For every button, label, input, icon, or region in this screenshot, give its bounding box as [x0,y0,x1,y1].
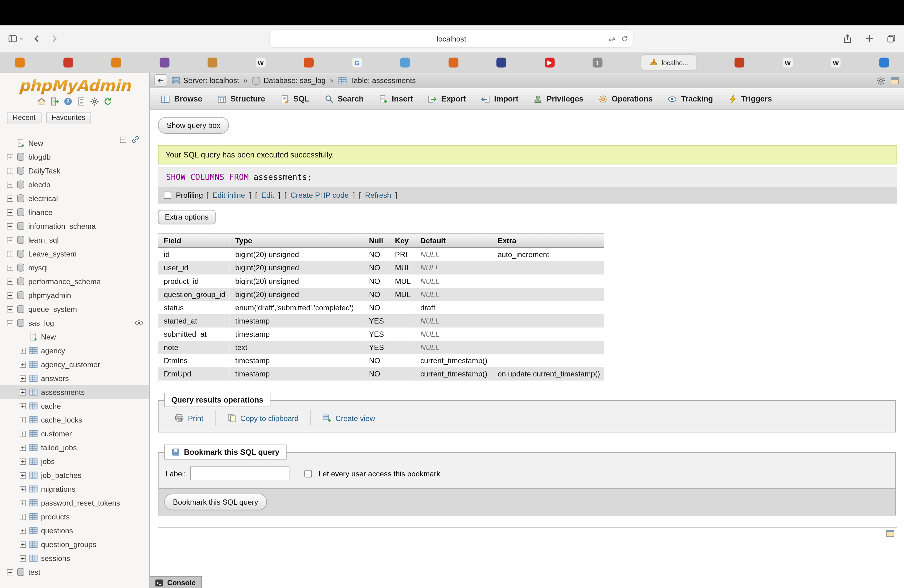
gear-icon[interactable] [90,97,99,106]
pinned-tab-icon[interactable]: W [783,58,793,68]
show-query-box-button[interactable]: Show query box [158,117,229,134]
back-icon[interactable] [32,34,41,43]
tree-item-assessments[interactable]: assessments [0,385,149,399]
tree-item-new[interactable]: New [0,136,149,150]
profiling-link-refresh[interactable]: Refresh [365,191,391,199]
expand-icon[interactable] [20,500,26,506]
pinned-tab-icon[interactable]: W [256,58,266,68]
home-icon[interactable] [37,97,46,106]
pinned-tab-icon[interactable] [879,58,889,68]
tree-item-electrical[interactable]: electrical [0,191,149,205]
expand-icon[interactable] [7,251,14,257]
tab-export[interactable]: Export [420,88,474,109]
docs-icon[interactable] [77,97,86,106]
back-button[interactable] [155,74,167,87]
col-header-default[interactable]: Default [414,234,492,248]
active-tab[interactable]: localho... [641,55,696,70]
favourites-button[interactable]: Favourites [46,112,91,123]
chevron-down-icon[interactable] [19,36,24,41]
console-toggle[interactable]: Console [150,576,202,588]
expand-icon[interactable] [7,168,14,174]
copy-to-clipboard-action[interactable]: Copy to clipboard [215,410,311,426]
tab-structure[interactable]: Structure [210,88,272,109]
tab-privileges[interactable]: Privileges [526,88,591,109]
crumb-database-sas-log[interactable]: Database: sas_log [251,76,326,85]
col-header-extra[interactable]: Extra [492,234,604,248]
tree-item-blogdb[interactable]: blogdb [0,150,149,164]
pinned-tab-icon[interactable] [111,58,121,68]
tab-import[interactable]: Import [474,88,526,109]
expand-icon[interactable] [20,417,26,423]
tree-item-questions[interactable]: questions [0,524,149,537]
expand-icon[interactable] [7,182,14,188]
expand-icon[interactable] [7,278,14,285]
expand-icon[interactable] [20,555,26,561]
exit-icon[interactable] [50,97,59,106]
refresh-icon[interactable] [103,97,112,106]
tree-item-finance[interactable]: finance [0,205,149,219]
expand-icon[interactable] [7,209,14,216]
tree-item-new[interactable]: New [0,330,149,344]
expand-icon[interactable] [20,444,26,451]
bookmark-submit-button[interactable]: Bookmark this SQL query [164,493,267,510]
crumb-server-localhost[interactable]: Server: localhost [171,76,239,85]
tab-operations[interactable]: Operations [591,88,660,109]
reload-icon[interactable] [621,35,628,42]
help-icon[interactable]: ? [63,97,73,106]
expand-icon[interactable] [20,486,26,492]
expand-icon[interactable] [20,458,26,465]
col-header-field[interactable]: Field [158,234,230,248]
tab-insert[interactable]: Insert [371,88,420,109]
tree-item-failed-jobs[interactable]: failed_jobs [0,441,149,455]
pinned-tab-icon[interactable]: 1 [593,58,603,68]
sidebar-toggle-icon[interactable] [8,34,17,43]
profiling-link-create-php-code[interactable]: Create PHP code [291,191,349,199]
tree-item-phpmyadmin[interactable]: phpmyadmin [0,288,149,302]
expand-icon[interactable] [7,154,14,160]
pinned-tab-icon[interactable]: G [352,58,362,68]
address-bar[interactable]: localhost aA [270,30,633,47]
expand-icon[interactable] [20,514,26,520]
tree-item-test[interactable]: test [0,565,149,579]
tree-item-performance-schema[interactable]: performance_schema [0,275,149,288]
tree-item-password-reset-tokens[interactable]: password_reset_tokens [0,496,149,510]
pinned-tab-icon[interactable] [735,58,744,68]
phpmyadmin-logo[interactable]: phpMyAdmin [0,77,149,95]
page-end-icon[interactable] [885,529,895,538]
tab-search[interactable]: Search [317,88,371,109]
tree-item-cache[interactable]: cache [0,399,149,413]
pinned-tab-icon[interactable] [15,58,25,68]
tree-item-agency-customer[interactable]: agency_customer [0,358,149,371]
bookmark-label-input[interactable] [191,466,290,481]
pinned-tab-icon[interactable] [400,58,410,68]
tree-item-dailytask[interactable]: DailyTask [0,164,149,178]
tree-item-sas-log[interactable]: sas_log [0,316,149,330]
expand-icon[interactable] [20,528,26,534]
recent-button[interactable]: Recent [7,112,41,123]
share-icon[interactable] [843,34,852,43]
pinned-tab-icon[interactable] [63,58,73,68]
tree-item-sessions[interactable]: sessions [0,552,149,565]
col-header-null[interactable]: Null [363,234,389,248]
bookmark-access-checkbox[interactable] [305,469,312,477]
tab-overview-icon[interactable] [887,34,896,43]
expand-icon[interactable] [20,541,26,548]
create-view-action[interactable]: Create view [311,410,387,426]
tree-item-elecdb[interactable]: elecdb [0,178,149,191]
expand-icon[interactable] [20,403,26,409]
expand-icon[interactable] [20,361,26,368]
tree-item-migrations[interactable]: migrations [0,482,149,496]
expand-icon[interactable] [7,223,14,229]
expand-icon[interactable] [7,195,14,202]
expand-icon[interactable] [20,348,26,354]
tree-item-queue-system[interactable]: queue_system [0,302,149,316]
print-action[interactable]: Print [163,410,215,426]
pinned-tab-icon[interactable] [496,58,506,68]
tree-item-answers[interactable]: answers [0,371,149,385]
tree-item-customer[interactable]: customer [0,427,149,441]
tab-triggers[interactable]: Triggers [721,88,779,109]
tree-item-leave-system[interactable]: Leave_system [0,247,149,261]
tab-browse[interactable]: Browse [153,88,210,109]
tree-item-jobs[interactable]: jobs [0,455,149,468]
tree-item-learn-sql[interactable]: learn_sql [0,233,149,247]
